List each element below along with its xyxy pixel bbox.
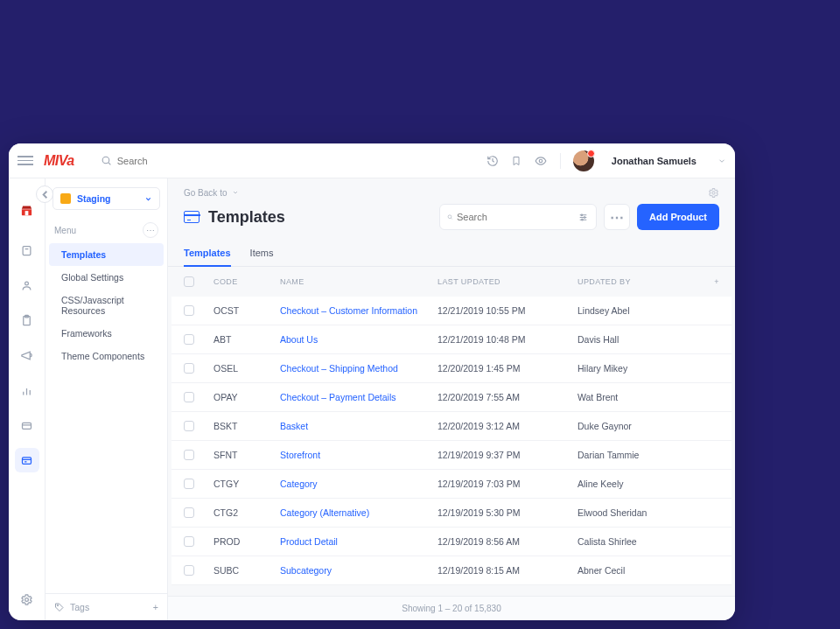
avatar[interactable] <box>573 150 594 171</box>
cell-code: CTG2 <box>214 507 280 518</box>
cell-name-link[interactable]: Checkout – Payment Details <box>280 392 396 402</box>
menu-item-global[interactable]: Global Settings <box>49 266 164 289</box>
row-checkbox[interactable] <box>184 450 194 460</box>
rail-item-marketing[interactable] <box>15 343 39 367</box>
table-row[interactable]: SUBCSubcategory12/19/2019 8:15 AMAbner C… <box>172 556 732 585</box>
rail-item-orders[interactable] <box>15 308 39 332</box>
cell-name-link[interactable]: Basket <box>280 421 308 431</box>
chevron-down-icon[interactable] <box>718 157 726 165</box>
store-label: Staging <box>77 193 144 204</box>
app-body: Staging Menu ⋯ Templates Global Settings… <box>9 178 735 620</box>
svg-point-19 <box>712 192 715 194</box>
menu-item-theme[interactable]: Theme Components <box>49 345 164 367</box>
cell-updated-by: Aline Keely <box>578 479 702 489</box>
history-icon[interactable] <box>486 155 499 167</box>
menu-item-cssjs[interactable]: CSS/Javascript Resources <box>49 289 164 322</box>
menu-options-button[interactable]: ⋯ <box>143 222 158 238</box>
inline-search-input[interactable] <box>457 212 578 222</box>
row-checkbox[interactable] <box>184 536 194 547</box>
topbar: MIVa Jonathan Samuels <box>9 143 735 178</box>
templates-icon <box>184 211 200 223</box>
global-search[interactable] <box>101 155 486 166</box>
menu-item-frameworks[interactable]: Frameworks <box>49 322 164 345</box>
cell-code: BSKT <box>214 421 280 431</box>
tags-label: Tags <box>70 602 89 612</box>
row-checkbox[interactable] <box>184 334 194 345</box>
table-row[interactable]: SFNTStorefront12/19/2019 9:37 PMDarian T… <box>172 441 732 470</box>
row-checkbox[interactable] <box>184 363 194 374</box>
cell-updated-by: Hilary Mikey <box>578 363 702 374</box>
cell-last-updated: 12/20/2019 3:12 AM <box>438 421 578 431</box>
bookmark-icon[interactable] <box>511 155 522 167</box>
main-content: Go Back to Templates ⋯ Add Product Templ… <box>168 178 735 620</box>
row-checkbox[interactable] <box>184 421 194 431</box>
table-row[interactable]: PRODProduct Detail12/19/2019 8:56 AMCali… <box>172 528 732 556</box>
hamburger-icon[interactable] <box>18 153 33 169</box>
collapse-sidebar-button[interactable] <box>36 185 53 203</box>
row-checkbox[interactable] <box>184 507 194 518</box>
tabs: Templates Items <box>168 241 735 267</box>
cell-name-link[interactable]: Category <box>280 479 318 489</box>
breadcrumb-back[interactable]: Go Back to <box>184 188 239 198</box>
table-row[interactable]: CTG2Category (Alternative)12/19/2019 5:3… <box>172 499 732 528</box>
select-all-checkbox[interactable] <box>184 276 194 287</box>
store-selector[interactable]: Staging <box>52 187 160 210</box>
svg-rect-4 <box>23 246 31 255</box>
add-column-button[interactable]: + <box>702 277 719 286</box>
row-checkbox[interactable] <box>184 565 194 576</box>
rail-item-ui[interactable] <box>15 448 39 472</box>
cell-updated-by: Lindsey Abel <box>578 305 702 316</box>
col-name[interactable]: NAME <box>280 277 438 286</box>
cell-code: OPAY <box>214 392 280 402</box>
add-tag-button[interactable]: + <box>153 602 158 612</box>
menu-item-templates[interactable]: Templates <box>49 243 164 266</box>
cell-name-link[interactable]: Subcategory <box>280 565 332 576</box>
cell-updated-by: Davis Hall <box>578 334 702 345</box>
add-product-button[interactable]: Add Product <box>637 204 719 230</box>
svg-line-21 <box>452 218 452 219</box>
tab-items[interactable]: Items <box>250 241 274 266</box>
rail-item-reports[interactable] <box>15 378 39 402</box>
rail-item-catalog[interactable] <box>15 238 39 262</box>
brand-logo: MIVa <box>44 153 74 169</box>
rail-item-payments[interactable] <box>15 413 39 437</box>
eye-icon[interactable] <box>534 155 548 167</box>
more-actions-button[interactable]: ⋯ <box>604 204 630 230</box>
cell-name-link[interactable]: Storefront <box>280 450 320 460</box>
table-row[interactable]: CTGYCategory12/19/2019 7:03 PMAline Keel… <box>172 470 732 499</box>
global-search-input[interactable] <box>117 156 205 166</box>
rail-item-customers[interactable] <box>15 273 39 297</box>
cell-name-link[interactable]: Checkout – Customer Information <box>280 305 417 316</box>
svg-point-2 <box>539 159 542 163</box>
gear-icon[interactable] <box>708 187 719 199</box>
col-code[interactable]: CODE <box>214 277 280 286</box>
col-last[interactable]: LAST UPDATED <box>438 277 578 286</box>
menu-header: Menu ⋯ <box>46 217 167 243</box>
row-checkbox[interactable] <box>184 392 194 402</box>
table-row[interactable]: OSELCheckout – Shipping Method12/20/2019… <box>172 354 732 383</box>
svg-rect-14 <box>23 457 32 464</box>
rail-item-settings[interactable] <box>15 587 39 612</box>
cell-name-link[interactable]: Checkout – Shipping Method <box>280 363 398 374</box>
rail-store-icon[interactable] <box>15 198 39 222</box>
filter-icon[interactable] <box>578 212 589 223</box>
table-row[interactable]: ABTAbout Us12/21/2019 10:48 PMDavis Hall <box>172 325 732 354</box>
user-name[interactable]: Jonathan Samuels <box>612 156 696 166</box>
cell-name-link[interactable]: Product Detail <box>280 536 338 547</box>
col-updatedby[interactable]: UPDATED BY <box>578 277 702 286</box>
inline-search[interactable] <box>439 204 597 230</box>
svg-point-0 <box>102 157 109 164</box>
menu-header-label: Menu <box>54 226 76 235</box>
search-icon <box>101 155 112 166</box>
top-icon-group: Jonathan Samuels <box>486 150 726 171</box>
row-checkbox[interactable] <box>184 305 194 316</box>
tab-templates[interactable]: Templates <box>184 241 231 267</box>
cell-name-link[interactable]: Category (Alternative) <box>280 507 369 518</box>
table-row[interactable]: BSKTBasket12/20/2019 3:12 AMDuke Gaynor <box>172 412 732 441</box>
table-row[interactable]: OCSTCheckout – Customer Information12/21… <box>172 297 732 325</box>
row-checkbox[interactable] <box>184 479 194 489</box>
cell-code: OCST <box>214 305 280 316</box>
cell-updated-by: Darian Tammie <box>578 450 702 460</box>
cell-name-link[interactable]: About Us <box>280 334 318 345</box>
table-row[interactable]: OPAYCheckout – Payment Details12/20/2019… <box>172 383 732 412</box>
